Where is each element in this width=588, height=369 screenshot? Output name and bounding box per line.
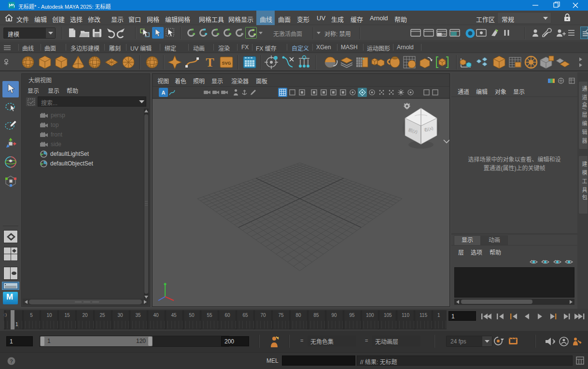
svg-text:?: ? [10,358,13,364]
svg-text:IPR: IPR [441,33,447,36]
svg-text:SVG: SVG [222,61,231,66]
svg-text:T: T [206,55,214,69]
svg-text:A: A [162,90,166,96]
